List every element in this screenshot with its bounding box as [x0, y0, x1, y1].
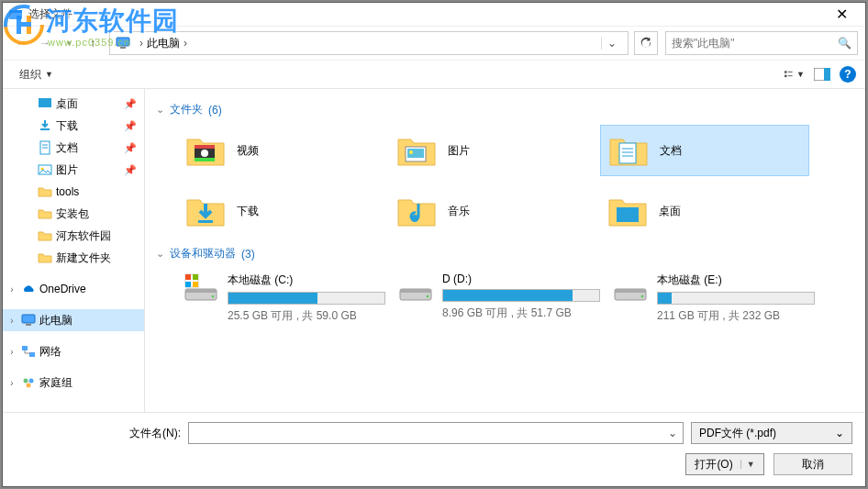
nav-back-button[interactable]: ←	[10, 32, 32, 54]
open-label: 打开(O)	[695, 457, 732, 472]
open-button[interactable]: 打开(O) ▼	[685, 453, 764, 475]
close-button[interactable]: ✕	[823, 3, 860, 26]
search-icon[interactable]: 🔍	[838, 37, 851, 50]
sidebar-item-network[interactable]: › 网络	[3, 340, 144, 362]
drive-e[interactable]: 本地磁盘 (E:) 211 GB 可用 , 共 232 GB	[607, 269, 820, 328]
expand-icon[interactable]: ›	[6, 284, 17, 295]
sidebar-item-label: 安装包	[56, 206, 89, 222]
sidebar-item-newfolder[interactable]: 新建文件夹	[3, 247, 144, 269]
sidebar-item-label: 河东软件园	[56, 228, 111, 244]
nav-recent-button[interactable]: ▾	[58, 32, 80, 54]
folder-icon	[38, 228, 52, 243]
video-folder-icon	[185, 130, 226, 171]
onedrive-icon	[21, 282, 36, 296]
svg-point-55	[641, 295, 644, 298]
picture-icon	[38, 162, 52, 177]
svg-rect-48	[185, 282, 191, 287]
folder-label: 图片	[448, 143, 470, 159]
music-folder-icon	[396, 191, 437, 231]
document-icon	[38, 140, 52, 155]
homegroup-icon	[21, 375, 36, 390]
breadcrumb-location[interactable]: 此电脑	[147, 36, 180, 51]
svg-rect-12	[788, 75, 793, 76]
drive-subtext: 211 GB 可用 , 共 232 GB	[657, 308, 815, 324]
filename-field[interactable]	[195, 427, 662, 439]
svg-rect-8	[120, 47, 126, 49]
svg-rect-39	[198, 220, 213, 223]
svg-point-34	[409, 150, 413, 154]
sidebar-item-label: OneDrive	[39, 283, 86, 295]
svg-rect-30	[195, 158, 215, 161]
sidebar-item-label: 图片	[56, 162, 78, 178]
folder-icon	[38, 250, 52, 265]
sidebar-item-homegroup[interactable]: › 家庭组	[3, 372, 144, 394]
window-title: 选择文件	[28, 6, 823, 22]
folder-video[interactable]: 视频	[178, 125, 387, 176]
svg-point-27	[27, 383, 31, 388]
sidebar-item-label: 网络	[39, 344, 61, 360]
pin-icon: 📌	[124, 142, 137, 154]
view-options-button[interactable]: ▼	[785, 65, 805, 83]
sidebar-item-label: tools	[56, 185, 79, 198]
chevron-down-icon[interactable]: ⌄	[662, 427, 677, 439]
sidebar-item-downloads[interactable]: 下载 📌	[3, 115, 144, 137]
cancel-button[interactable]: 取消	[773, 453, 852, 475]
group-count: (6)	[208, 104, 222, 117]
sidebar-item-label: 桌面	[56, 96, 78, 112]
svg-point-26	[29, 379, 34, 383]
expand-icon[interactable]: ›	[6, 378, 17, 388]
svg-rect-22	[26, 324, 31, 326]
nav-up-button[interactable]: ↑	[82, 32, 104, 54]
sidebar-item-pictures[interactable]: 图片 📌	[3, 159, 144, 181]
expand-icon[interactable]: ›	[6, 316, 17, 326]
svg-rect-6	[9, 10, 22, 13]
group-drives-header[interactable]: ⌄ 设备和驱动器 (3)	[156, 246, 854, 261]
sidebar-item-hedong[interactable]: 河东软件园	[3, 225, 144, 247]
svg-rect-51	[400, 289, 431, 293]
folder-documents[interactable]: 文档	[600, 125, 809, 176]
chevron-right-icon[interactable]: ›	[136, 37, 147, 50]
desktop-icon	[38, 96, 52, 111]
sidebar-item-thispc[interactable]: › 此电脑	[3, 309, 144, 331]
sidebar-item-label: 文档	[56, 140, 78, 156]
filetype-label: PDF文件 (*.pdf)	[699, 426, 835, 441]
folder-icon	[38, 184, 52, 199]
sidebar-item-onedrive[interactable]: › OneDrive	[3, 278, 144, 300]
organize-button[interactable]: 组织 ▼	[12, 63, 61, 86]
folder-label: 下载	[237, 204, 259, 219]
folder-pictures[interactable]: 图片	[389, 125, 598, 176]
filename-input[interactable]: ⌄	[188, 422, 684, 444]
folder-downloads[interactable]: 下载	[178, 185, 387, 237]
group-title: 文件夹	[170, 102, 203, 117]
expand-icon[interactable]: ›	[6, 347, 17, 357]
filename-label: 文件名(N):	[16, 426, 181, 441]
filetype-select[interactable]: PDF文件 (*.pdf) ⌄	[691, 422, 852, 444]
folder-label: 音乐	[448, 204, 470, 219]
search-input[interactable]: 🔍	[665, 31, 858, 55]
chevron-right-icon[interactable]: ›	[180, 37, 191, 50]
refresh-button[interactable]	[634, 31, 658, 55]
content-area: ⌄ 文件夹 (6) 视频 图片 文档	[145, 89, 865, 412]
drive-d[interactable]: D (D:) 8.96 GB 可用 , 共 51.7 GB	[393, 269, 606, 328]
drive-c[interactable]: 本地磁盘 (C:) 25.5 GB 可用 , 共 59.0 GB	[178, 269, 391, 328]
help-button[interactable]: ?	[840, 66, 856, 83]
breadcrumb-dropdown[interactable]: ⌄	[601, 37, 622, 50]
network-icon	[21, 344, 36, 359]
organize-label: 组织	[19, 67, 41, 83]
pin-icon: 📌	[124, 98, 137, 110]
folder-desktop[interactable]: 桌面	[600, 185, 809, 237]
sidebar-item-documents[interactable]: 文档 📌	[3, 137, 144, 159]
titlebar: 选择文件 ✕	[3, 3, 865, 27]
sidebar-item-label: 新建文件夹	[56, 250, 111, 266]
breadcrumb[interactable]: › 此电脑 › ⌄	[109, 31, 629, 55]
sidebar-item-install[interactable]: 安装包	[3, 203, 144, 225]
sidebar-item-tools[interactable]: tools	[3, 181, 144, 203]
search-field[interactable]	[672, 37, 838, 50]
sidebar-item-desktop[interactable]: 桌面 📌	[3, 93, 144, 115]
chevron-down-icon[interactable]: ▼	[740, 460, 755, 469]
folder-music[interactable]: 音乐	[389, 185, 598, 237]
chevron-down-icon: ⌄	[156, 248, 164, 260]
group-folders-header[interactable]: ⌄ 文件夹 (6)	[156, 102, 854, 117]
footer: 文件名(N): ⌄ PDF文件 (*.pdf) ⌄ 打开(O) ▼ 取消	[3, 412, 865, 486]
preview-pane-button[interactable]	[812, 65, 832, 83]
